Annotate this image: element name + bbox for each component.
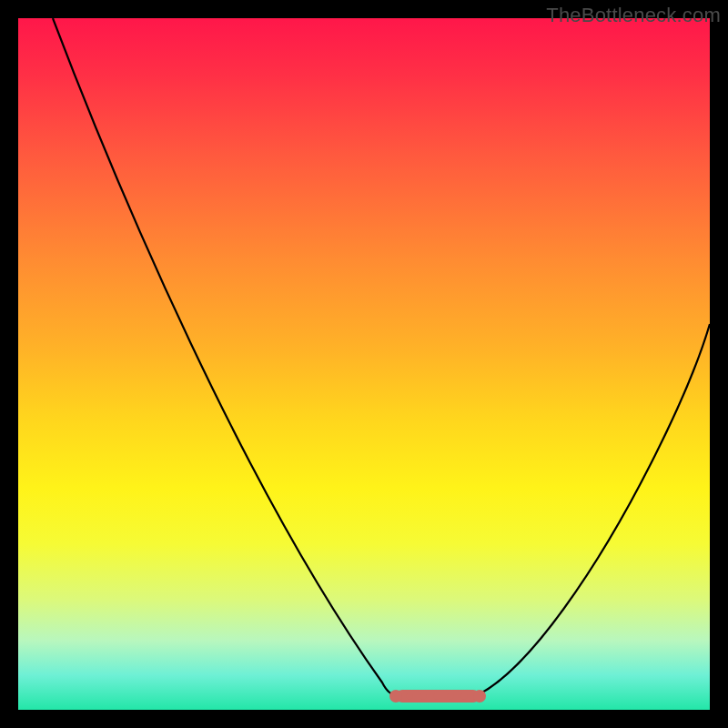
right-curve: [473, 324, 710, 697]
svg-point-6: [448, 693, 454, 700]
svg-point-5: [434, 693, 440, 700]
left-curve: [53, 18, 400, 697]
svg-point-4: [420, 693, 427, 700]
watermark-text: TheBottleneck.com: [546, 4, 721, 27]
svg-point-2: [473, 690, 486, 703]
svg-point-3: [407, 693, 413, 700]
minimum-marker: [389, 690, 486, 703]
svg-point-1: [389, 690, 402, 703]
curve-overlay: [18, 18, 710, 710]
gradient-plot-area: [18, 18, 710, 710]
svg-rect-0: [396, 690, 480, 703]
chart-stage: TheBottleneck.com: [0, 0, 728, 728]
svg-point-7: [461, 693, 468, 700]
